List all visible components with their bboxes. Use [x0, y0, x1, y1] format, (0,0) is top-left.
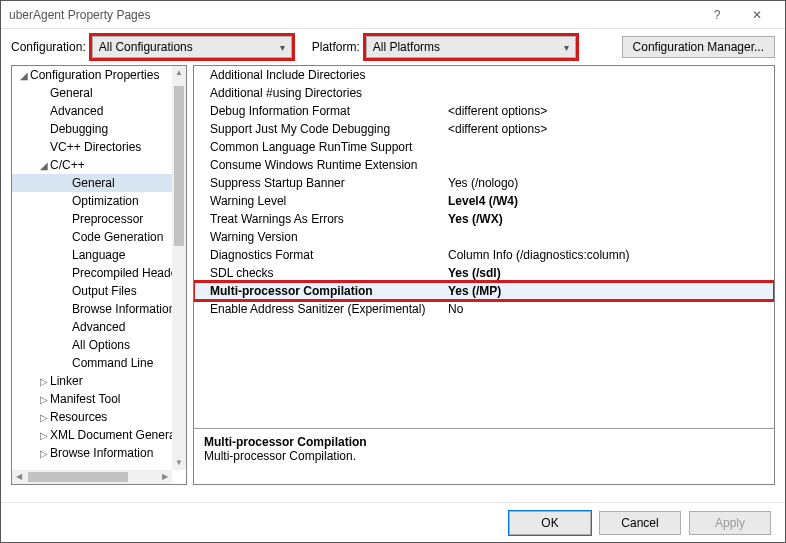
- configuration-value: All Configurations: [99, 40, 193, 54]
- tree-item-advanced[interactable]: Advanced: [12, 102, 186, 120]
- tree-item-vcdirs[interactable]: VC++ Directories: [12, 138, 186, 156]
- tree-item-cpp[interactable]: ◢C/C++: [12, 156, 186, 174]
- configuration-label: Configuration:: [11, 40, 86, 54]
- toolbar: Configuration: All Configurations ▾ Plat…: [1, 29, 785, 65]
- property-value[interactable]: Yes (/MP): [444, 282, 774, 300]
- expand-icon[interactable]: ▷: [38, 373, 50, 391]
- property-value[interactable]: Level4 (/W4): [444, 192, 774, 210]
- window-title: uberAgent Property Pages: [9, 8, 697, 22]
- configuration-manager-button[interactable]: Configuration Manager...: [622, 36, 775, 58]
- tree-item-cpp-language[interactable]: Language: [12, 246, 186, 264]
- ok-button[interactable]: OK: [509, 511, 591, 535]
- property-row[interactable]: Enable Address Sanitizer (Experimental)N…: [194, 300, 774, 318]
- property-row[interactable]: Suppress Startup BannerYes (/nologo): [194, 174, 774, 192]
- property-value[interactable]: Yes (/sdl): [444, 264, 774, 282]
- property-value[interactable]: [444, 228, 774, 246]
- property-row[interactable]: Additional Include Directories: [194, 66, 774, 84]
- description-title: Multi-processor Compilation: [204, 435, 764, 449]
- property-row[interactable]: SDL checksYes (/sdl): [194, 264, 774, 282]
- tree-item-cpp-cmdline[interactable]: Command Line: [12, 354, 186, 372]
- property-value[interactable]: <different options>: [444, 102, 774, 120]
- tree-item-debugging[interactable]: Debugging: [12, 120, 186, 138]
- cancel-button[interactable]: Cancel: [599, 511, 681, 535]
- platform-label: Platform:: [312, 40, 360, 54]
- scroll-thumb[interactable]: [28, 472, 128, 482]
- tree-scrollbar-horizontal[interactable]: ◀ ▶: [12, 470, 172, 484]
- property-name: Multi-processor Compilation: [194, 282, 444, 300]
- apply-button[interactable]: Apply: [689, 511, 771, 535]
- close-button[interactable]: ✕: [737, 1, 777, 29]
- property-name: Common Language RunTime Support: [194, 138, 444, 156]
- main-area: ◢Configuration Properties General Advanc…: [1, 65, 785, 495]
- property-value[interactable]: Yes (/WX): [444, 210, 774, 228]
- footer: OK Cancel Apply: [1, 502, 785, 542]
- property-value[interactable]: <different options>: [444, 120, 774, 138]
- property-row[interactable]: Multi-processor CompilationYes (/MP): [194, 282, 774, 300]
- tree-scrollbar-vertical[interactable]: ▲ ▼: [172, 66, 186, 470]
- description-body: Multi-processor Compilation.: [204, 449, 764, 463]
- property-row[interactable]: Warning Version: [194, 228, 774, 246]
- help-button[interactable]: ?: [697, 1, 737, 29]
- property-name: SDL checks: [194, 264, 444, 282]
- expand-icon[interactable]: ▷: [38, 427, 50, 445]
- expand-icon[interactable]: ▷: [38, 391, 50, 409]
- collapse-icon[interactable]: ◢: [38, 157, 50, 175]
- tree-item-cpp-preprocessor[interactable]: Preprocessor: [12, 210, 186, 228]
- platform-value: All Platforms: [373, 40, 440, 54]
- description-panel: Multi-processor Compilation Multi-proces…: [194, 428, 774, 484]
- property-name: Diagnostics Format: [194, 246, 444, 264]
- property-value[interactable]: No: [444, 300, 774, 318]
- tree-item-manifest[interactable]: ▷Manifest Tool: [12, 390, 186, 408]
- expand-icon[interactable]: ▷: [38, 409, 50, 427]
- tree-item-cpp-codegen[interactable]: Code Generation: [12, 228, 186, 246]
- scroll-left-icon[interactable]: ◀: [12, 470, 26, 484]
- tree-item-cpp-general[interactable]: General: [12, 174, 186, 192]
- property-row[interactable]: Warning LevelLevel4 (/W4): [194, 192, 774, 210]
- property-name: Debug Information Format: [194, 102, 444, 120]
- scroll-up-icon[interactable]: ▲: [172, 66, 186, 80]
- property-value[interactable]: [444, 138, 774, 156]
- scroll-down-icon[interactable]: ▼: [172, 456, 186, 470]
- property-name: Treat Warnings As Errors: [194, 210, 444, 228]
- property-name: Warning Version: [194, 228, 444, 246]
- chevron-down-icon: ▾: [564, 42, 569, 53]
- property-value[interactable]: Column Info (/diagnostics:column): [444, 246, 774, 264]
- platform-combo[interactable]: All Platforms ▾: [366, 36, 576, 58]
- property-row[interactable]: Diagnostics FormatColumn Info (/diagnost…: [194, 246, 774, 264]
- tree-view[interactable]: ◢Configuration Properties General Advanc…: [11, 65, 187, 485]
- chevron-down-icon: ▾: [280, 42, 285, 53]
- tree-root[interactable]: ◢Configuration Properties: [12, 66, 186, 84]
- property-name: Additional #using Directories: [194, 84, 444, 102]
- scroll-thumb[interactable]: [174, 86, 184, 246]
- tree-item-cpp-advanced[interactable]: Advanced: [12, 318, 186, 336]
- property-name: Warning Level: [194, 192, 444, 210]
- property-value[interactable]: [444, 156, 774, 174]
- expand-icon[interactable]: ▷: [38, 445, 50, 463]
- configuration-combo[interactable]: All Configurations ▾: [92, 36, 292, 58]
- property-row[interactable]: Consume Windows Runtime Extension: [194, 156, 774, 174]
- property-row[interactable]: Treat Warnings As ErrorsYes (/WX): [194, 210, 774, 228]
- property-name: Support Just My Code Debugging: [194, 120, 444, 138]
- property-name: Consume Windows Runtime Extension: [194, 156, 444, 174]
- property-row[interactable]: Debug Information Format<different optio…: [194, 102, 774, 120]
- property-value[interactable]: [444, 84, 774, 102]
- tree-item-cpp-browse[interactable]: Browse Information: [12, 300, 186, 318]
- tree-item-resources[interactable]: ▷Resources: [12, 408, 186, 426]
- tree-item-linker[interactable]: ▷Linker: [12, 372, 186, 390]
- collapse-icon[interactable]: ◢: [18, 67, 30, 85]
- tree-item-cpp-alloptions[interactable]: All Options: [12, 336, 186, 354]
- property-row[interactable]: Additional #using Directories: [194, 84, 774, 102]
- tree-item-browseinfo[interactable]: ▷Browse Information: [12, 444, 186, 462]
- property-row[interactable]: Support Just My Code Debugging<different…: [194, 120, 774, 138]
- property-value[interactable]: [444, 66, 774, 84]
- titlebar: uberAgent Property Pages ? ✕: [1, 1, 785, 29]
- scroll-right-icon[interactable]: ▶: [158, 470, 172, 484]
- property-name: Additional Include Directories: [194, 66, 444, 84]
- tree-item-xmldoc[interactable]: ▷XML Document Genera: [12, 426, 186, 444]
- property-row[interactable]: Common Language RunTime Support: [194, 138, 774, 156]
- tree-item-cpp-output[interactable]: Output Files: [12, 282, 186, 300]
- tree-item-cpp-optimization[interactable]: Optimization: [12, 192, 186, 210]
- tree-item-general[interactable]: General: [12, 84, 186, 102]
- tree-item-cpp-pch[interactable]: Precompiled Heade: [12, 264, 186, 282]
- property-value[interactable]: Yes (/nologo): [444, 174, 774, 192]
